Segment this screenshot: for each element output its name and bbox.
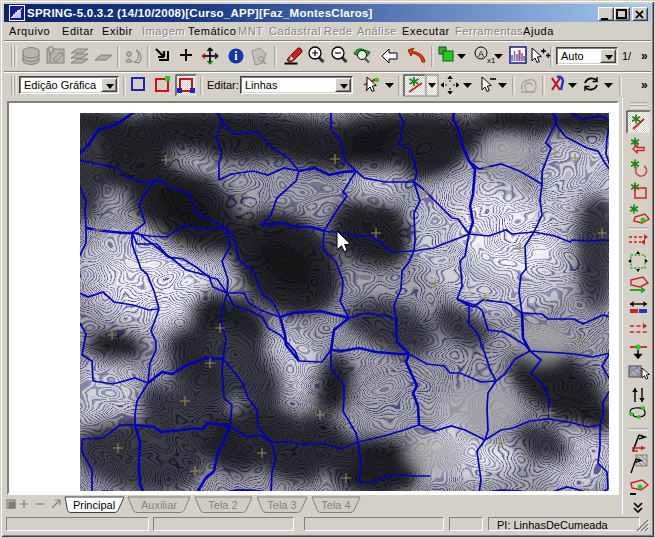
svg-text:Principal: Principal bbox=[73, 499, 115, 511]
svg-text:Auxiliar: Auxiliar bbox=[141, 499, 177, 511]
svg-text:A: A bbox=[478, 49, 484, 59]
svg-text:x1: x1 bbox=[487, 56, 496, 65]
svg-text:Tela 3: Tela 3 bbox=[267, 499, 296, 511]
svg-text:Tela 2: Tela 2 bbox=[208, 499, 237, 511]
svg-text:Tela 4: Tela 4 bbox=[321, 499, 350, 511]
